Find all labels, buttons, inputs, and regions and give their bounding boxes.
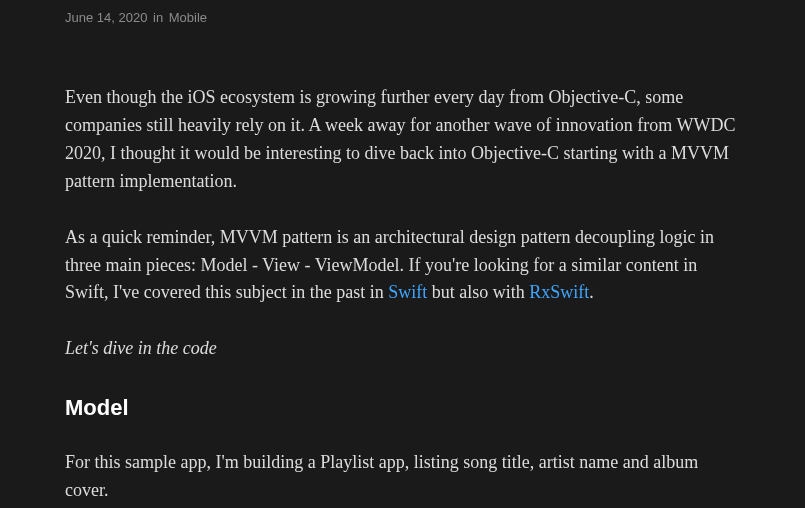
intro-paragraph: Even though the iOS ecosystem is growing… xyxy=(65,84,740,196)
post-meta: June 14, 2020 in Mobile xyxy=(65,8,740,28)
meta-separator: in xyxy=(153,10,163,25)
post-category: Mobile xyxy=(169,10,207,25)
post-date: June 14, 2020 xyxy=(65,10,147,25)
swift-link[interactable]: Swift xyxy=(388,282,427,302)
reminder-text-end: . xyxy=(589,282,594,302)
rxswift-link[interactable]: RxSwift xyxy=(529,282,589,302)
model-heading: Model xyxy=(65,391,740,425)
dive-paragraph: Let's dive in the code xyxy=(65,335,740,363)
reminder-text-mid: but also with xyxy=(427,282,529,302)
reminder-paragraph: As a quick reminder, MVVM pattern is an … xyxy=(65,224,740,308)
sample-paragraph: For this sample app, I'm building a Play… xyxy=(65,449,740,505)
